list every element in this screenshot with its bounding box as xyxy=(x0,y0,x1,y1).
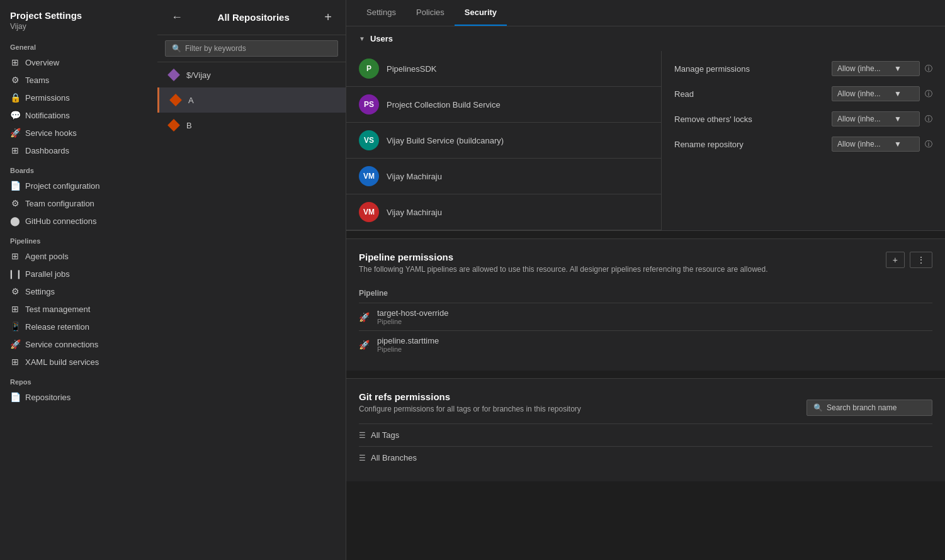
sidebar-item-project-config[interactable]: 📄 Project configuration xyxy=(0,177,157,194)
sidebar-item-service-connections[interactable]: 🚀 Service connections xyxy=(0,335,157,353)
sidebar-item-teams[interactable]: ⚙ Teams xyxy=(0,71,157,89)
sidebar-item-github[interactable]: ⬤ GitHub connections xyxy=(0,212,157,230)
user-row-project-collection[interactable]: PS Project Collection Build Service xyxy=(346,87,661,123)
perm-row-manage: Manage permissions Allow (inhe... ▼ ⓘ xyxy=(674,61,932,76)
sidebar-label-dashboards: Dashboards xyxy=(25,146,69,155)
pipeline-title-block: Pipeline permissions The following YAML … xyxy=(359,252,767,284)
user-row-pipelines[interactable]: P PipelinesSDK xyxy=(346,51,661,87)
back-button[interactable]: ← xyxy=(167,9,186,25)
pipeline-section-title: Pipeline permissions xyxy=(359,252,767,262)
tab-policies[interactable]: Policies xyxy=(406,0,455,26)
pipeline-permissions-section: Pipeline permissions The following YAML … xyxy=(346,238,945,371)
users-header-label: Users xyxy=(370,34,393,43)
sidebar-item-notifications[interactable]: 💬 Notifications xyxy=(0,106,157,124)
perm-select-manage[interactable]: Allow (inhe... ▼ xyxy=(832,61,920,76)
pipeline-actions: + ⋮ xyxy=(886,252,932,268)
avatar-pipelines: P xyxy=(359,59,379,79)
sidebar-item-permissions[interactable]: 🔒 Permissions xyxy=(0,89,157,106)
sidebar-title: Project Settings xyxy=(10,10,147,21)
user-name-project-collection: Project Collection Build Service xyxy=(387,100,501,109)
test-mgmt-icon: ⊞ xyxy=(10,304,20,314)
sidebar-item-repositories[interactable]: 📄 Repositories xyxy=(0,388,157,406)
sidebar-item-agent-pools[interactable]: ⊞ Agent pools xyxy=(0,247,157,265)
repo-item-vijay[interactable]: $/Vijay xyxy=(157,62,346,87)
sidebar-label-parallel-jobs: Parallel jobs xyxy=(25,269,70,279)
dashboards-icon: ⊞ xyxy=(10,145,20,155)
perm-select-rename[interactable]: Allow (inhe... ▼ xyxy=(832,137,920,152)
sidebar-item-overview[interactable]: ⊞ Overview xyxy=(0,53,157,71)
info-icon-read[interactable]: ⓘ xyxy=(925,89,932,99)
filter-placeholder: Filter by keywords xyxy=(185,44,246,53)
sidebar-label-agent-pools: Agent pools xyxy=(25,252,69,261)
chevron-select-read-icon: ▼ xyxy=(894,89,902,98)
tab-bar: Settings Policies Security xyxy=(346,0,945,26)
project-config-icon: 📄 xyxy=(10,181,20,191)
middle-panel: ← All Repositories + 🔍 Filter by keyword… xyxy=(157,0,346,560)
chevron-select-rename-icon: ▼ xyxy=(894,140,902,148)
info-icon-remove-locks[interactable]: ⓘ xyxy=(925,114,932,125)
avatar-vm1: VM xyxy=(359,166,379,186)
info-icon-manage[interactable]: ⓘ xyxy=(925,64,932,74)
pipeline-info-2: pipeline.starttime Pipeline xyxy=(377,336,439,353)
sidebar-item-release-retention[interactable]: 📱 Release retention xyxy=(0,318,157,335)
git-refs-title: Git refs permissions xyxy=(359,391,581,402)
pipeline-header: Pipeline permissions The following YAML … xyxy=(359,252,932,284)
sidebar: Project Settings Vijay General ⊞ Overvie… xyxy=(0,0,157,560)
perm-value-manage: Allow (inhe... xyxy=(837,64,881,73)
sidebar-item-settings[interactable]: ⚙ Settings xyxy=(0,283,157,300)
tab-settings[interactable]: Settings xyxy=(356,0,406,26)
search-branch-input[interactable]: 🔍 Search branch name xyxy=(806,400,932,416)
pipeline-col-header: Pipeline xyxy=(359,289,932,298)
user-row-vijay-build[interactable]: VS Vijay Build Service (buildcanary) xyxy=(346,123,661,159)
pipeline-sub-1: Pipeline xyxy=(377,318,448,325)
branch-row-branches[interactable]: ☰ All Branches xyxy=(359,446,932,469)
repo-list: $/Vijay A B xyxy=(157,62,346,560)
git-refs-desc: Configure permissions for all tags or fo… xyxy=(359,405,581,413)
sidebar-item-dashboards[interactable]: ⊞ Dashboards xyxy=(0,142,157,159)
sidebar-item-parallel-jobs[interactable]: ❙❙ Parallel jobs xyxy=(0,265,157,283)
branch-row-tags[interactable]: ☰ All Tags xyxy=(359,423,932,446)
info-icon-rename[interactable]: ⓘ xyxy=(925,139,932,150)
perm-select-remove-locks[interactable]: Allow (inhe... ▼ xyxy=(832,111,920,126)
user-name-vm2: Vijay Machiraju xyxy=(387,208,442,217)
add-repo-button[interactable]: + xyxy=(320,9,336,26)
perm-value-remove-locks: Allow (inhe... xyxy=(837,115,881,123)
users-header[interactable]: ▼ Users xyxy=(346,26,945,51)
filter-icon: 🔍 xyxy=(172,44,181,53)
perm-row-read: Read Allow (inhe... ▼ ⓘ xyxy=(674,86,932,101)
pipeline-row-1[interactable]: 🚀 target-host-override Pipeline xyxy=(359,303,932,330)
sidebar-item-team-config[interactable]: ⚙ Team configuration xyxy=(0,194,157,212)
settings-icon: ⚙ xyxy=(10,286,20,296)
pipeline-add-button[interactable]: + xyxy=(886,252,905,268)
repo-item-b[interactable]: B xyxy=(157,113,346,138)
perm-select-read[interactable]: Allow (inhe... ▼ xyxy=(832,86,920,101)
tab-security[interactable]: Security xyxy=(455,0,507,26)
chevron-select-icon: ▼ xyxy=(894,64,902,73)
tags-icon: ☰ xyxy=(359,431,366,440)
sidebar-item-xaml[interactable]: ⊞ XAML build services xyxy=(0,353,157,371)
sidebar-label-github: GitHub connections xyxy=(25,216,96,226)
sidebar-section-pipelines: Pipelines xyxy=(0,230,157,247)
chevron-select-locks-icon: ▼ xyxy=(894,115,902,123)
sidebar-item-test-management[interactable]: ⊞ Test management xyxy=(0,300,157,318)
pipeline-more-button[interactable]: ⋮ xyxy=(910,252,932,268)
sidebar-label-test-management: Test management xyxy=(25,305,90,314)
sidebar-label-team-config: Team configuration xyxy=(25,199,94,208)
agent-pools-icon: ⊞ xyxy=(10,251,20,261)
sidebar-item-service-hooks[interactable]: 🚀 Service hooks xyxy=(0,124,157,142)
a-repo-icon xyxy=(169,94,182,106)
user-row-vm1[interactable]: VM Vijay Machiraju xyxy=(346,159,661,194)
search-icon: 🔍 xyxy=(813,403,823,412)
sidebar-section-general: General xyxy=(0,36,157,53)
user-row-vm2[interactable]: VM Vijay Machiraju xyxy=(346,194,661,230)
pipeline-row-2[interactable]: 🚀 pipeline.starttime Pipeline xyxy=(359,330,932,358)
sidebar-label-overview: Overview xyxy=(25,58,59,67)
sidebar-subtitle: Vijay xyxy=(10,22,147,31)
sidebar-label-notifications: Notifications xyxy=(25,111,70,120)
sidebar-label-service-hooks: Service hooks xyxy=(25,128,77,138)
users-list: P PipelinesSDK PS Project Collection Bui… xyxy=(346,51,662,230)
filter-input[interactable]: 🔍 Filter by keywords xyxy=(165,40,338,57)
repo-item-a[interactable]: A xyxy=(157,87,346,113)
repo-name-vijay: $/Vijay xyxy=(186,70,211,80)
pipeline-section-desc: The following YAML pipelines are allowed… xyxy=(359,265,767,274)
